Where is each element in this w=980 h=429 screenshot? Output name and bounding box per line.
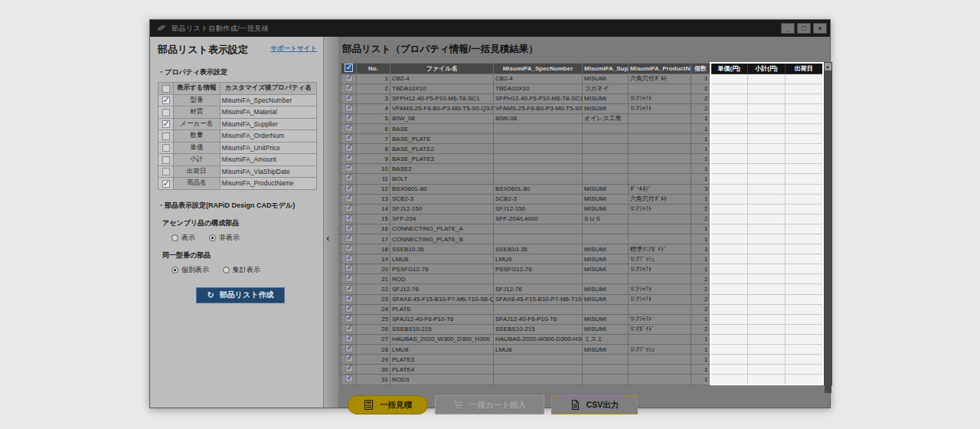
row-checkbox[interactable] xyxy=(345,274,353,282)
row-checkbox[interactable] xyxy=(345,224,353,232)
select-all-parts-checkbox-cell[interactable] xyxy=(341,63,357,74)
property-checkbox[interactable] xyxy=(162,120,170,128)
property-checkbox[interactable] xyxy=(162,97,170,104)
row-checkbox[interactable] xyxy=(345,345,353,352)
row-checkbox-cell[interactable] xyxy=(341,154,357,164)
row-checkbox[interactable] xyxy=(345,144,353,152)
row-checkbox-cell[interactable] xyxy=(341,214,357,224)
property-checkbox-cell[interactable] xyxy=(158,165,174,178)
row-checkbox[interactable] xyxy=(345,215,353,222)
row-checkbox[interactable] xyxy=(345,234,353,242)
row-checkbox-cell[interactable] xyxy=(341,123,357,133)
select-all-parts-checkbox[interactable] xyxy=(345,64,353,72)
row-checkbox-cell[interactable] xyxy=(341,324,357,334)
radio-icon[interactable] xyxy=(172,234,178,241)
row-checkbox-cell[interactable] xyxy=(341,164,357,174)
property-checkbox-cell[interactable] xyxy=(158,178,174,190)
row-checkbox-cell[interactable] xyxy=(341,224,357,234)
row-checkbox[interactable] xyxy=(345,254,353,262)
assembly-option[interactable]: 非表示 xyxy=(209,233,240,243)
row-checkbox-cell[interactable] xyxy=(341,134,357,144)
row-checkbox-cell[interactable] xyxy=(341,274,357,284)
row-checkbox-cell[interactable] xyxy=(341,234,357,244)
row-checkbox-cell[interactable] xyxy=(341,294,357,304)
row-checkbox-cell[interactable] xyxy=(341,365,357,375)
row-checkbox-cell[interactable] xyxy=(341,375,357,385)
property-checkbox[interactable] xyxy=(162,109,170,116)
row-checkbox-cell[interactable] xyxy=(341,74,357,84)
parts-column-header[interactable]: MisumiFA_SpecNumber xyxy=(494,63,583,74)
row-checkbox[interactable] xyxy=(345,335,353,342)
row-checkbox[interactable] xyxy=(345,244,353,252)
property-checkbox[interactable] xyxy=(162,144,170,152)
row-checkbox-cell[interactable] xyxy=(341,264,357,274)
parts-column-header[interactable]: ファイル名 xyxy=(390,63,494,74)
parts-column-header[interactable]: MisumiFA_ProductName xyxy=(629,63,691,74)
property-checkbox-cell[interactable] xyxy=(158,106,174,119)
panel-divider[interactable]: ‹ xyxy=(323,37,338,408)
property-checkbox-cell[interactable] xyxy=(158,130,174,142)
same-part-option[interactable]: 集計表示 xyxy=(223,265,260,275)
row-checkbox-cell[interactable] xyxy=(341,254,357,264)
row-checkbox[interactable] xyxy=(345,124,353,132)
property-checkbox[interactable] xyxy=(162,168,170,175)
select-all-properties-checkbox[interactable] xyxy=(162,85,170,93)
row-checkbox[interactable] xyxy=(345,264,353,272)
radio-icon[interactable] xyxy=(209,234,216,241)
row-checkbox-cell[interactable] xyxy=(341,84,357,93)
row-checkbox-cell[interactable] xyxy=(341,284,357,294)
parts-column-header[interactable]: 個数 xyxy=(691,63,710,74)
row-checkbox[interactable] xyxy=(345,134,353,142)
row-checkbox[interactable] xyxy=(345,195,353,202)
row-checkbox[interactable] xyxy=(345,295,353,303)
row-checkbox[interactable] xyxy=(345,285,353,293)
row-checkbox[interactable] xyxy=(345,185,353,192)
row-checkbox[interactable] xyxy=(345,365,353,372)
same-part-option[interactable]: 個別表示 xyxy=(172,265,209,275)
support-site-link[interactable]: サポートサイト xyxy=(270,44,317,54)
property-checkbox-cell[interactable] xyxy=(158,94,174,106)
row-checkbox-cell[interactable] xyxy=(341,304,357,314)
row-checkbox[interactable] xyxy=(345,315,353,323)
row-checkbox[interactable] xyxy=(345,164,353,172)
csv-export-button[interactable]: CSV出力 xyxy=(551,395,638,414)
radio-icon[interactable] xyxy=(172,267,178,273)
row-checkbox-cell[interactable] xyxy=(341,355,357,365)
row-checkbox-cell[interactable] xyxy=(341,244,357,254)
row-checkbox[interactable] xyxy=(345,94,353,102)
minimize-button[interactable]: _ xyxy=(781,23,795,34)
row-checkbox-cell[interactable] xyxy=(341,174,357,184)
radio-icon[interactable] xyxy=(223,267,230,273)
row-checkbox-cell[interactable] xyxy=(341,144,357,154)
row-checkbox-cell[interactable] xyxy=(341,314,357,324)
row-checkbox[interactable] xyxy=(345,205,353,212)
row-checkbox-cell[interactable] xyxy=(341,345,357,355)
create-parts-list-button[interactable]: ↻ 部品リスト作成 xyxy=(196,287,285,303)
row-checkbox-cell[interactable] xyxy=(341,194,357,204)
scroll-up-arrow-icon[interactable]: ▲ xyxy=(825,63,831,71)
parts-column-header[interactable]: MisumiFA_Supplier xyxy=(583,63,629,74)
vertical-scrollbar[interactable]: ▲ xyxy=(824,62,832,385)
row-checkbox-cell[interactable] xyxy=(341,204,357,214)
property-checkbox-cell[interactable] xyxy=(158,142,174,154)
row-checkbox[interactable] xyxy=(345,104,353,112)
row-checkbox[interactable] xyxy=(345,74,353,82)
row-checkbox[interactable] xyxy=(345,305,353,313)
property-checkbox-cell[interactable] xyxy=(158,154,174,166)
property-header-checkbox-cell[interactable] xyxy=(158,83,174,95)
bulk-cart-button[interactable]: 一括カート投入 xyxy=(435,395,544,414)
maximize-button[interactable]: □ xyxy=(797,23,811,34)
row-checkbox[interactable] xyxy=(345,174,353,182)
property-checkbox[interactable] xyxy=(162,180,170,188)
scrollbar-track[interactable] xyxy=(825,71,831,393)
row-checkbox-cell[interactable] xyxy=(341,184,357,194)
row-checkbox-cell[interactable] xyxy=(341,334,357,344)
row-checkbox[interactable] xyxy=(345,154,353,162)
property-checkbox[interactable] xyxy=(162,133,170,140)
row-checkbox[interactable] xyxy=(345,355,353,362)
parts-column-header[interactable]: 小計(円) xyxy=(748,63,786,74)
bulk-quote-button[interactable]: 一括見積 xyxy=(348,395,428,414)
row-checkbox-cell[interactable] xyxy=(341,103,357,113)
close-button[interactable]: × xyxy=(813,23,827,34)
parts-column-header[interactable]: No. xyxy=(357,63,390,74)
